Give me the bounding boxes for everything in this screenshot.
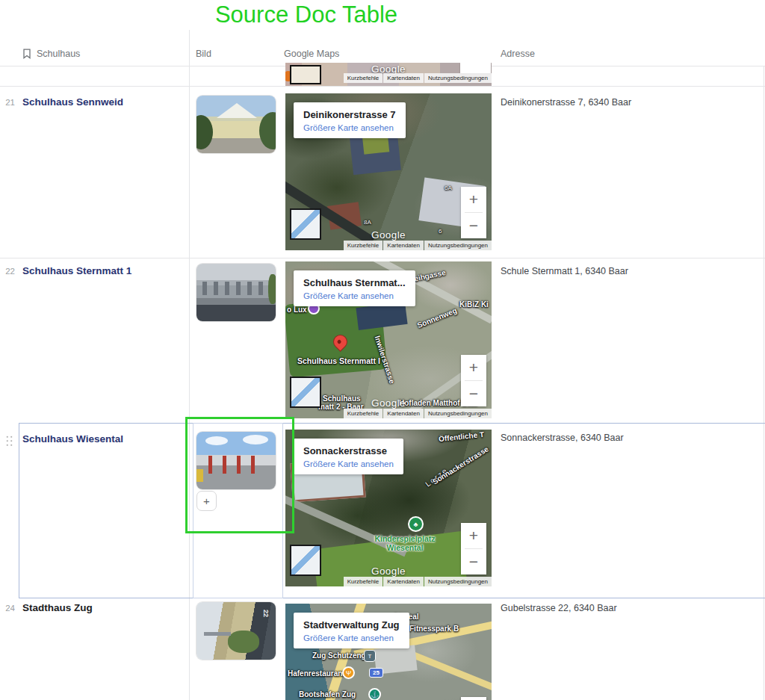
restaurant-icon[interactable]: Ψ [342,666,355,679]
map-street-label: Sonnenweg [416,306,458,329]
google-logo: Google [371,229,406,241]
attribution-kurzbefehle[interactable]: Kurzbefehle [344,409,383,418]
google-maps-embed[interactable]: marktareal Fitnesspark B Zug Schutzengel… [285,604,492,700]
map-poi-label: Bootshafen Zug [299,690,356,699]
bookmark-icon [22,49,31,59]
column-header-label: Adresse [501,49,535,59]
map-street-label: Sonnackerstrasse [431,445,490,486]
train-station-icon[interactable]: T [364,650,376,662]
attribution-kurzbefehle[interactable]: Kurzbefehle [344,577,383,586]
table-row: 22 Schulhaus Sternmatt 1 Leihgasse KiBiZ… [0,258,765,422]
address-cell[interactable]: Gubelstrasse 22, 6340 Baar [501,603,617,613]
attribution-nutzungsbedingungen[interactable]: Nutzungsbedingungen [424,409,492,418]
map-poi-label: Zug Schutzengel [312,651,372,660]
map-house-number-label: 6A [445,185,452,191]
add-image-button[interactable]: + [196,491,217,511]
larger-map-link[interactable]: Größere Karte ansehen [303,123,396,132]
park-icon[interactable]: ♣ [408,516,424,532]
column-header-adresse[interactable]: Adresse [501,49,535,59]
map-poi-label: KiBiZ Ki [459,300,489,309]
record-name-cell[interactable]: Schulhaus Wiesental [22,433,123,445]
photo-detail-shape [196,469,203,482]
column-header-label: Schulhaus [37,49,80,59]
row-number[interactable]: 24 [3,604,15,613]
map-zoom-control: + − [461,523,486,574]
photo-canopy-shape [204,632,231,636]
attribution-kartendaten[interactable]: Kartendaten [383,241,424,250]
record-name-cell[interactable]: Stadthaus Zug [22,602,93,613]
photo-sign-number: 22 [262,610,270,617]
zoom-in-button[interactable]: + [461,697,486,700]
attribution-kartendaten[interactable]: Kartendaten [383,409,424,418]
google-maps-embed[interactable]: Öffentliche T Lorze Sonnackerstrasse ♣ K… [285,430,492,586]
attribution-nutzungsbedingungen[interactable]: Nutzungsbedingungen [424,241,492,250]
column-header-bild[interactable]: Bild [196,49,211,59]
column-header-schulhaus[interactable]: Schulhaus [22,49,80,59]
photo-cloud-shape [243,435,268,445]
minimap[interactable] [290,65,321,84]
anchor-icon[interactable]: ⚓ [368,688,381,700]
photo-schulhaus-sternmatt-1[interactable] [196,264,276,321]
map-card-title: Stadtverwaltung Zug [303,619,400,631]
map-house-number-label: 8A [364,219,371,226]
address-cell[interactable]: Sonnackerstrasse, 6340 Baar [501,433,624,443]
column-header-google-maps[interactable]: Google Maps [284,49,339,59]
photo-roof-shape [217,103,257,118]
column-header-label: Google Maps [284,49,339,59]
zoom-out-button[interactable]: − [461,381,486,406]
photo-schulhaus-wiesental[interactable] [196,432,276,489]
photo-stadthaus-zug[interactable]: 22 [196,602,276,660]
photo-bush-shape [259,112,276,149]
zoom-in-button[interactable]: + [461,355,486,380]
minimap[interactable] [290,377,321,408]
attribution-kurzbefehle[interactable]: Kurzbefehle [344,73,383,83]
attribution-kartendaten[interactable]: Kartendaten [383,577,424,586]
larger-map-link[interactable]: Größere Karte ansehen [303,291,406,300]
zoom-out-button[interactable]: − [461,549,486,574]
photo-cloud-shape [205,436,228,445]
google-maps-embed[interactable]: 8A 6A 6 Deinikonerstrasse 7 Größere Kart… [285,93,492,250]
zoom-out-button[interactable]: − [461,213,486,238]
photo-tree-shape [228,631,259,653]
map-park-label: Kinderspielplatz Wiesental [368,534,442,552]
larger-map-link[interactable]: Größere Karte ansehen [303,459,394,468]
photo-windows-shape [202,282,270,295]
map-attribution: Kurzbefehle Kartendaten Nutzungsbedingun… [343,577,492,586]
map-poi-label: Öffentliche T [439,430,485,443]
map-zoom-control: + − [461,187,486,238]
minimap[interactable] [290,545,321,576]
address-cell[interactable]: Deinikonerstrasse 7, 6340 Baar [501,97,631,108]
google-maps-embed[interactable]: Leihgasse KiBiZ Ki o Lux Sonnenweg Inwil… [285,261,492,418]
record-name-cell[interactable]: Schulhaus Sennweid [22,96,123,108]
map-park-label-line2: Wiesental [368,543,442,552]
larger-map-link[interactable]: Größere Karte ansehen [303,634,400,642]
transit-route-badge: 25 [369,668,383,678]
zoom-in-button[interactable]: + [461,187,486,212]
minimap[interactable] [290,208,321,240]
photo-tree-shape [268,274,276,304]
row-number[interactable]: 21 [3,98,15,107]
map-zoom-control: + − [461,697,486,700]
address-cell[interactable]: Schule Sternmatt 1, 6340 Baar [501,266,628,276]
record-name-cell[interactable]: Schulhaus Sternmatt 1 [22,265,131,276]
attribution-kartendaten[interactable]: Kartendaten [383,73,424,83]
map-poi-label: o Lux [287,306,307,314]
map-info-card: Stadtverwaltung Zug Größere Karte ansehe… [294,613,409,648]
attribution-nutzungsbedingungen[interactable]: Nutzungsbedingungen [424,577,492,586]
map-info-card: Schulhaus Sternmat... Größere Karte anse… [294,270,415,306]
map-poi-label: Fitnesspark B [409,625,459,633]
map-info-card: Deinikonerstrasse 7 Größere Karte ansehe… [294,102,406,138]
map-attribution: Kurzbefehle Kartendaten Nutzungsbedingun… [343,241,492,250]
partial-map-row-above[interactable]: Google Kurzbefehle Kartendaten Nutzungsb… [285,63,492,86]
drag-handle[interactable] [5,435,13,447]
zoom-in-button[interactable]: + [461,523,486,548]
map-marker-label: Schulhaus Sternmatt I [297,356,380,365]
row-number[interactable]: 22 [3,267,15,276]
attribution-kurzbefehle[interactable]: Kurzbefehle [344,241,383,250]
google-logo: Google [371,397,406,409]
photo-schulhaus-sennweid[interactable] [196,96,276,153]
attribution-nutzungsbedingungen[interactable]: Nutzungsbedingungen [424,73,492,83]
map-info-card: Sonnackerstrasse Größere Karte ansehen [294,439,403,474]
map-attribution: Kurzbefehle Kartendaten Nutzungsbedingun… [343,409,492,418]
table-row-selected: Schulhaus Wiesental + Öffentliche T Lorz… [0,423,765,597]
